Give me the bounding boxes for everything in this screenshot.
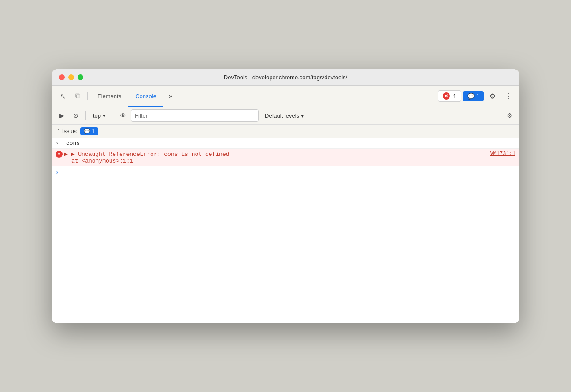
error-sub-text: at <anonymous>:1:1 (64, 158, 515, 164)
traffic-lights (59, 74, 83, 80)
toolbar-divider-3 (113, 111, 113, 120)
eye-icon: 👁 (120, 112, 126, 119)
close-button[interactable] (59, 74, 65, 80)
context-selector[interactable]: top ▾ (89, 111, 109, 120)
clear-icon: ⊘ (73, 112, 78, 119)
error-expand-icon: ▶ (64, 151, 68, 158)
title-bar: DevTools - developer.chrome.com/tags/dev… (52, 69, 519, 86)
more-tabs-button[interactable]: » (163, 89, 178, 103)
issues-bar: 1 Issue: 💬 1 (52, 125, 519, 138)
message-icon: 💬 (467, 93, 475, 100)
console-error-entry: ✕ ▶ ▶ Uncaught ReferenceError: cons is n… (52, 149, 519, 166)
console-cursor (63, 169, 63, 175)
clear-console-button[interactable]: ⊘ (70, 109, 82, 122)
issues-badge-count: 1 (92, 128, 95, 134)
toolbar-right: ✕ 1 💬 1 ⚙ ⋮ (438, 89, 515, 103)
more-tabs-icon: » (168, 92, 172, 100)
levels-chevron-icon: ▾ (301, 112, 304, 119)
toolbar-divider-1 (87, 92, 88, 100)
error-link[interactable]: VM1731:1 (490, 151, 515, 157)
more-options-button[interactable]: ⋮ (501, 89, 515, 103)
execute-button[interactable]: ▶ (56, 109, 68, 122)
toolbar-divider-4 (312, 111, 312, 120)
device-toggle-button[interactable]: ⧉ (70, 89, 85, 103)
message-count-badge[interactable]: 💬 1 (463, 91, 484, 101)
error-main-text[interactable]: ▶ ▶ Uncaught ReferenceError: cons is not… (64, 151, 230, 158)
live-expressions-button[interactable]: 👁 (117, 109, 129, 122)
tab-elements[interactable]: Elements (90, 86, 128, 107)
main-toolbar: ↖ ⧉ Elements Console » ✕ 1 💬 1 (52, 86, 519, 107)
gear-icon: ⚙ (489, 92, 496, 100)
console-toolbar: ▶ ⊘ top ▾ 👁 Default levels ▾ ⚙ (52, 107, 519, 125)
console-input-entry: › cons (52, 138, 519, 149)
issues-badge-icon: 💬 (84, 128, 90, 134)
window-title: DevTools - developer.chrome.com/tags/dev… (224, 74, 347, 81)
devtools-window: DevTools - developer.chrome.com/tags/dev… (52, 69, 519, 323)
error-count: 1 (453, 93, 456, 100)
issues-text: 1 Issue: (57, 128, 78, 134)
input-chevron-icon[interactable]: › (56, 140, 63, 147)
toolbar-divider-2 (85, 111, 86, 120)
execute-icon: ▶ (59, 112, 64, 119)
prompt-chevron-icon: › (56, 169, 59, 176)
context-chevron-icon: ▾ (103, 112, 106, 119)
levels-label: Default levels (265, 112, 299, 119)
vertical-dots-icon: ⋮ (505, 92, 512, 100)
error-circle-icon: ✕ (443, 92, 450, 100)
error-count-badge[interactable]: ✕ 1 (438, 90, 461, 102)
inspect-element-button[interactable]: ↖ (56, 89, 70, 103)
console-content: › cons ✕ ▶ ▶ Uncaught ReferenceError: co… (52, 138, 519, 323)
device-icon: ⧉ (75, 92, 80, 100)
console-prompt-line: › (52, 166, 519, 178)
tab-console[interactable]: Console (128, 86, 163, 107)
message-count: 1 (476, 93, 479, 100)
tab-list: Elements Console » (90, 86, 437, 107)
tab-elements-label: Elements (97, 93, 121, 100)
console-input-text: cons (66, 140, 515, 147)
cursor-icon: ↖ (60, 92, 66, 100)
console-settings-button[interactable]: ⚙ (503, 109, 515, 122)
filter-input[interactable] (131, 109, 259, 122)
error-main-line: ▶ ▶ Uncaught ReferenceError: cons is not… (64, 151, 515, 158)
error-entry-icon: ✕ (56, 151, 63, 158)
tab-console-label: Console (135, 93, 156, 100)
issues-badge[interactable]: 💬 1 (80, 127, 99, 135)
context-label: top (93, 112, 101, 119)
levels-button[interactable]: Default levels ▾ (260, 111, 308, 120)
minimize-button[interactable] (68, 74, 74, 80)
devtools-settings-button[interactable]: ⚙ (486, 89, 500, 103)
console-error-content: ▶ ▶ Uncaught ReferenceError: cons is not… (64, 151, 515, 164)
maximize-button[interactable] (78, 74, 83, 80)
console-gear-icon: ⚙ (507, 112, 512, 119)
